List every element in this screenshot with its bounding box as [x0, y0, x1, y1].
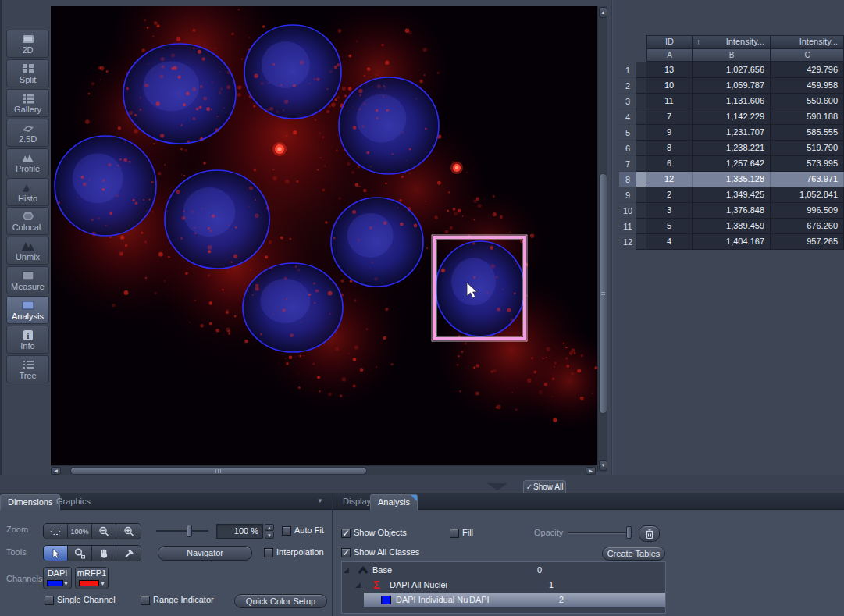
row-number[interactable]: 8: [619, 172, 636, 187]
tools-button-group: [43, 545, 141, 561]
slider-handle[interactable]: [626, 526, 632, 539]
scroll-down-button[interactable]: ▼: [599, 460, 607, 471]
rfp-speckle: [80, 176, 84, 179]
class-tree-row[interactable]: DAPI Individual NuDAPI2: [342, 593, 665, 607]
slider-handle[interactable]: [187, 525, 192, 537]
quick-color-setup-button[interactable]: Quick Color Setup: [234, 594, 327, 608]
sidebar-item-analysis[interactable]: Analysis: [6, 296, 49, 324]
zoom-region-tool-button[interactable]: [68, 546, 92, 561]
rfp-speckle: [377, 84, 381, 88]
cell-intensity-b: 1,349.425: [693, 187, 771, 203]
zoom-value-input[interactable]: 100 %: [216, 524, 263, 539]
show-all-toggle[interactable]: ✓Show All: [523, 480, 566, 493]
rfp-speckle: [222, 289, 224, 291]
image-vertical-scrollbar[interactable]: ▲ ▼: [597, 6, 607, 472]
scroll-up-button[interactable]: ▲: [599, 7, 607, 18]
vertical-scroll-thumb[interactable]: [599, 173, 607, 414]
sidebar-item-split[interactable]: Split: [6, 59, 49, 87]
navigator-button[interactable]: Navigator: [158, 546, 252, 561]
table-row[interactable]: 921,349.4251,052.841: [619, 187, 844, 203]
color-picker-tool-button[interactable]: [116, 546, 141, 561]
create-tables-button[interactable]: Create Tables: [602, 547, 665, 561]
microscopy-image-view[interactable]: [51, 6, 597, 465]
show-all-classes-checkbox[interactable]: ✓: [341, 548, 351, 557]
table-row[interactable]: 471,142.229590.188: [619, 109, 844, 125]
zoom-out-button[interactable]: [92, 524, 116, 539]
interpolation-checkbox[interactable]: [264, 548, 273, 557]
collapse-arrow-icon[interactable]: [487, 483, 507, 490]
sidebar-item-measure[interactable]: Measure: [6, 266, 49, 294]
row-number[interactable]: 1: [619, 62, 636, 78]
zoom-slider[interactable]: [156, 523, 208, 539]
channel-dapi-button[interactable]: DAPI ▼: [43, 567, 72, 589]
row-number[interactable]: 6: [619, 141, 636, 156]
sidebar-item-gallery[interactable]: Gallery: [6, 89, 49, 117]
column-letter-b[interactable]: B: [693, 48, 771, 62]
row-number[interactable]: 4: [619, 109, 636, 125]
column-header-a[interactable]: ID: [646, 35, 693, 48]
expander-icon[interactable]: ◢: [344, 566, 349, 574]
row-number[interactable]: 3: [619, 94, 636, 109]
sidebar-item-info[interactable]: iInfo: [6, 326, 49, 354]
fit-to-view-button[interactable]: [44, 524, 68, 539]
zoom-100-button[interactable]: 100%: [68, 524, 92, 539]
class-tree-row[interactable]: ◢ΣDAPI All Nuclei1: [342, 578, 665, 593]
tab-graphics[interactable]: Graphics: [49, 494, 98, 510]
tab-analysis[interactable]: Analysis: [370, 494, 418, 510]
auto-fit-checkbox[interactable]: [282, 526, 291, 536]
range-indicator-checkbox[interactable]: [141, 596, 150, 605]
chevron-down-icon[interactable]: ▼: [100, 581, 105, 586]
zoom-decrement-button[interactable]: ▼: [265, 532, 274, 539]
row-number[interactable]: 9: [619, 187, 636, 203]
table-row[interactable]: 3111,131.606550.600: [619, 94, 844, 109]
chevron-down-icon[interactable]: ▼: [63, 581, 69, 586]
row-number[interactable]: 10: [619, 203, 636, 219]
show-objects-checkbox[interactable]: ✓: [341, 529, 351, 538]
delete-button[interactable]: [639, 525, 660, 542]
pan-tool-button[interactable]: [92, 546, 116, 561]
sidebar-item-2d[interactable]: 2D: [6, 30, 49, 58]
single-channel-checkbox[interactable]: [45, 596, 54, 605]
expander-icon[interactable]: ◢: [355, 581, 361, 589]
table-row[interactable]: 1151,389.459676.260: [619, 219, 844, 234]
scroll-left-button[interactable]: ◀: [51, 467, 61, 475]
table-row[interactable]: 681,238.221519.790: [619, 141, 844, 156]
sidebar-item-unmix[interactable]: Unmix: [6, 237, 49, 265]
column-letter-c[interactable]: C: [771, 48, 844, 62]
column-header-b[interactable]: Intensity...↑: [693, 35, 771, 48]
zoom-in-button[interactable]: [116, 524, 141, 539]
sidebar-item-tree[interactable]: Tree: [6, 355, 49, 383]
zoom-increment-button[interactable]: ▲: [265, 524, 274, 531]
sidebar-item-2p5d[interactable]: 2.5D: [6, 119, 49, 147]
row-number[interactable]: 12: [619, 234, 636, 250]
table-row[interactable]: 591,231.707585.555: [619, 125, 844, 141]
table-row[interactable]: 8121,335.128763.971: [619, 172, 844, 187]
row-number[interactable]: 5: [619, 125, 636, 141]
row-number[interactable]: 7: [619, 156, 636, 172]
sidebar-item-histo[interactable]: Histo: [6, 178, 49, 206]
table-row[interactable]: 761,257.642573.995: [619, 156, 844, 172]
table-row[interactable]: 1131,027.656429.796: [619, 62, 844, 78]
table-row[interactable]: 2101,059.787459.958: [619, 78, 844, 94]
opacity-slider[interactable]: [568, 525, 632, 540]
tab-overflow-caret[interactable]: ▼: [317, 497, 323, 504]
horizontal-scroll-thumb[interactable]: [70, 467, 367, 475]
dapi-color-swatch[interactable]: [47, 580, 63, 586]
image-horizontal-scrollbar[interactable]: ◀ ▶: [51, 465, 596, 475]
column-letter-a[interactable]: A: [646, 48, 693, 62]
row-number[interactable]: 2: [619, 78, 636, 94]
sidebar-item-profile[interactable]: Profile: [6, 148, 49, 176]
channel-mrfp1-button[interactable]: mRFP1 ▼: [75, 567, 109, 589]
mrfp1-color-swatch[interactable]: [79, 580, 99, 586]
class-tree-row[interactable]: ◢Base0: [342, 563, 665, 578]
column-header-c[interactable]: Intensity...: [771, 35, 844, 48]
table-row[interactable]: 1031,376.848996.509: [619, 203, 844, 219]
table-row[interactable]: 1241,404.167957.265: [619, 234, 844, 250]
sidebar-item-colocal[interactable]: Colocal.: [6, 207, 49, 235]
scroll-right-button[interactable]: ▶: [586, 467, 596, 475]
sort-ascending-icon: ↑: [696, 36, 700, 48]
pointer-tool-button[interactable]: [44, 546, 68, 561]
fill-checkbox[interactable]: [450, 529, 459, 538]
row-marker: [636, 62, 646, 78]
row-number[interactable]: 11: [619, 219, 636, 234]
